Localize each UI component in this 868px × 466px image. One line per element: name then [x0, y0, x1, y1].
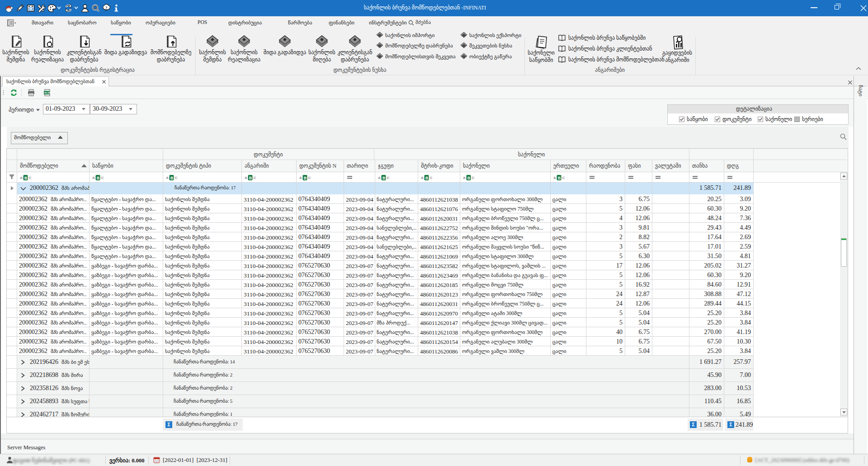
svg-text:C: C: [430, 176, 433, 180]
svg-text:C: C: [562, 176, 565, 180]
svg-text:B: B: [24, 176, 27, 180]
svg-text:C: C: [308, 176, 311, 180]
svg-text:C: C: [175, 176, 178, 180]
svg-text:B: B: [170, 176, 173, 180]
svg-text:C: C: [101, 176, 104, 180]
svg-text:B: B: [425, 176, 428, 180]
svg-text:B: B: [304, 176, 307, 180]
svg-text:B: B: [558, 176, 561, 180]
svg-text:A: A: [463, 176, 466, 180]
svg-text:B: B: [249, 176, 252, 180]
svg-text:A: A: [92, 176, 95, 180]
svg-text:B: B: [382, 176, 385, 180]
svg-text:A: A: [421, 176, 424, 180]
svg-text:C: C: [254, 176, 256, 180]
svg-text:B: B: [97, 176, 99, 180]
svg-text:A: A: [378, 176, 381, 180]
svg-text:C: C: [387, 176, 390, 180]
svg-text:XLSX: XLSX: [44, 91, 51, 94]
svg-text:B: B: [467, 176, 470, 180]
svg-text:A: A: [553, 176, 556, 180]
svg-text:A: A: [245, 176, 247, 180]
svg-text:?: ?: [105, 6, 108, 10]
svg-text:A: A: [299, 176, 302, 180]
svg-text:C: C: [29, 176, 32, 180]
svg-text:A: A: [20, 176, 23, 180]
svg-text:C: C: [472, 176, 475, 180]
svg-text:A: A: [166, 176, 169, 180]
